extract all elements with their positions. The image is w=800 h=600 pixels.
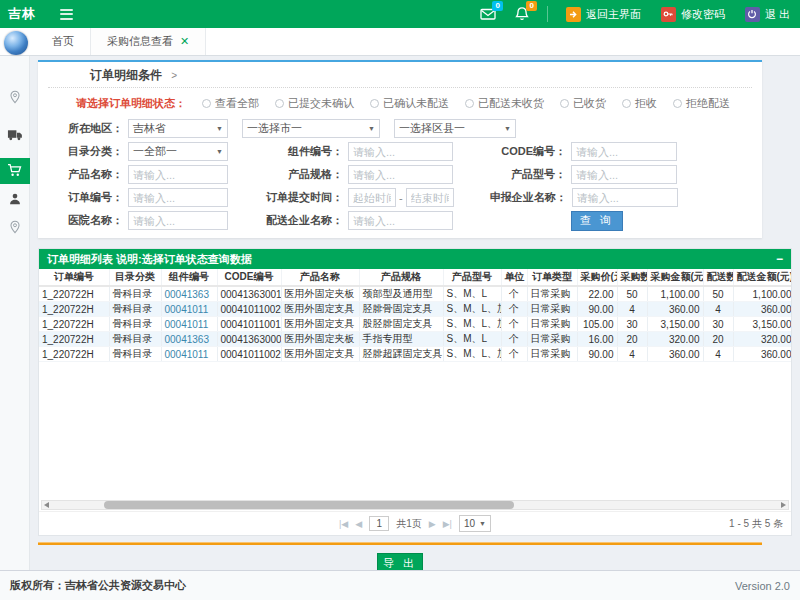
- column-header: 配送金额(元): [733, 269, 791, 286]
- component-no-link[interactable]: 00041363: [161, 332, 217, 347]
- column-header: 配送数量: [703, 269, 733, 286]
- next-page-button[interactable]: ▶: [429, 519, 436, 529]
- sidebar-toggle-button[interactable]: [60, 9, 73, 20]
- apply-company-input[interactable]: [572, 188, 678, 207]
- column-header: 产品型号: [443, 269, 501, 286]
- component-no-link[interactable]: 00041011: [161, 347, 217, 362]
- component-no-input[interactable]: [348, 142, 453, 161]
- status-option[interactable]: 拒收: [622, 96, 657, 111]
- scroll-left-icon[interactable]: [44, 502, 49, 508]
- sidebar-item-user[interactable]: [0, 188, 30, 212]
- code-no-label: CODE编号：: [453, 144, 571, 159]
- catalog-select[interactable]: 一全部一▼: [128, 142, 228, 161]
- cart-icon: [7, 163, 22, 180]
- table-cell: 360.00: [733, 302, 791, 317]
- table-cell: 16.00: [577, 332, 617, 347]
- page-size-select[interactable]: 10▼: [459, 515, 491, 532]
- order-list-panel: 订单明细列表 说明:选择订单状态查询数据 − 订单编号目录分类组件编号CODE编…: [38, 248, 792, 536]
- horizontal-scrollbar[interactable]: [41, 500, 789, 510]
- order-list-header: 订单明细列表 说明:选择订单状态查询数据 −: [39, 249, 791, 269]
- return-arrow-icon: [566, 7, 581, 22]
- radio-icon[interactable]: [202, 99, 211, 108]
- page-number-input[interactable]: [369, 516, 389, 531]
- scroll-right-icon[interactable]: [781, 502, 786, 508]
- table-cell: 360.00: [647, 347, 703, 362]
- end-time-input[interactable]: [406, 188, 454, 207]
- table-cell: 医用外固定支具: [281, 347, 359, 362]
- component-no-link[interactable]: 00041363: [161, 286, 217, 302]
- sidebar-item-delivery[interactable]: [0, 124, 30, 148]
- status-option-label: 已配送未收货: [478, 96, 544, 111]
- status-option-label: 拒收: [635, 96, 657, 111]
- sidebar-item-purchase[interactable]: [0, 158, 30, 184]
- province-select[interactable]: 吉林省▼: [128, 119, 228, 138]
- sidebar-item-location[interactable]: [0, 86, 30, 110]
- component-no-link[interactable]: 00041011: [161, 302, 217, 317]
- table-cell: S、M、L: [443, 286, 501, 302]
- column-header: 产品规格: [359, 269, 443, 286]
- change-password-button[interactable]: 修改密码: [661, 7, 725, 22]
- copyright-text: 版权所有：吉林省公共资源交易中心: [10, 578, 186, 593]
- code-no-input[interactable]: [571, 142, 677, 161]
- search-button[interactable]: 查 询: [571, 211, 623, 231]
- status-option[interactable]: 已提交未确认: [275, 96, 354, 111]
- table-cell: 1_220722H: [39, 317, 109, 332]
- status-option[interactable]: 已确认未配送: [370, 96, 449, 111]
- table-cell: 股胫腓固定支具: [359, 317, 443, 332]
- hospital-input[interactable]: [128, 211, 228, 230]
- table-cell: 个: [501, 347, 527, 362]
- order-no-input[interactable]: [128, 188, 228, 207]
- table-cell: 颈部型及通用型: [359, 286, 443, 302]
- return-home-button[interactable]: 返回主界面: [566, 7, 641, 22]
- column-header: 订单类型: [527, 269, 577, 286]
- status-option[interactable]: 已配送未收货: [465, 96, 544, 111]
- tab-procurement-info[interactable]: 采购信息查看 ✕: [91, 28, 206, 55]
- radio-icon[interactable]: [275, 99, 284, 108]
- radio-icon[interactable]: [673, 99, 682, 108]
- orange-divider: [38, 542, 762, 545]
- notifications-button[interactable]: 0: [514, 6, 530, 22]
- collapse-button[interactable]: −: [776, 252, 783, 266]
- status-option[interactable]: 拒绝配送: [673, 96, 730, 111]
- radio-icon[interactable]: [622, 99, 631, 108]
- messages-button[interactable]: 0: [480, 6, 496, 22]
- user-avatar: [4, 31, 28, 55]
- region-label: 所在地区：: [48, 121, 128, 136]
- table-cell: 00041363000: [217, 332, 281, 347]
- table-row: 1_220722H骨科目录0004101100041011002医用外固定支具胫…: [39, 302, 791, 317]
- radio-icon[interactable]: [560, 99, 569, 108]
- logout-button[interactable]: 退 出: [745, 7, 790, 22]
- table-cell: 4: [617, 347, 647, 362]
- component-no-link[interactable]: 00041011: [161, 317, 217, 332]
- tab-home[interactable]: 首页: [36, 28, 91, 55]
- status-option-label: 已收货: [573, 96, 606, 111]
- status-option[interactable]: 查看全部: [202, 96, 259, 111]
- scrollbar-thumb[interactable]: [104, 501, 514, 509]
- dotted-divider: [48, 87, 752, 88]
- product-spec-input[interactable]: [348, 165, 453, 184]
- status-option[interactable]: 已收货: [560, 96, 606, 111]
- envelope-icon: [480, 12, 496, 24]
- prev-page-button[interactable]: ◀: [355, 519, 362, 529]
- city-select[interactable]: 一选择市一▼: [242, 119, 380, 138]
- radio-icon[interactable]: [465, 99, 474, 108]
- table-cell: 骨科目录: [109, 286, 161, 302]
- export-button[interactable]: 导 出: [377, 553, 423, 570]
- radio-icon[interactable]: [370, 99, 379, 108]
- icon-sidebar: [0, 56, 30, 570]
- tab-close-icon[interactable]: ✕: [180, 35, 189, 48]
- status-option-label: 已确认未配送: [383, 96, 449, 111]
- table-cell: 骨科目录: [109, 302, 161, 317]
- county-select[interactable]: 一选择区县一▼: [394, 119, 516, 138]
- chevron-down-icon: ▼: [216, 125, 223, 132]
- status-option-label: 查看全部: [215, 96, 259, 111]
- product-model-input[interactable]: [571, 165, 677, 184]
- delivery-company-input[interactable]: [348, 211, 453, 230]
- first-page-button[interactable]: |◀: [339, 519, 348, 529]
- table-cell: 90.00: [577, 302, 617, 317]
- sidebar-item-map[interactable]: [0, 216, 30, 240]
- product-name-input[interactable]: [128, 165, 228, 184]
- table-cell: 22.00: [577, 286, 617, 302]
- last-page-button[interactable]: ▶|: [443, 519, 452, 529]
- start-time-input[interactable]: [348, 188, 396, 207]
